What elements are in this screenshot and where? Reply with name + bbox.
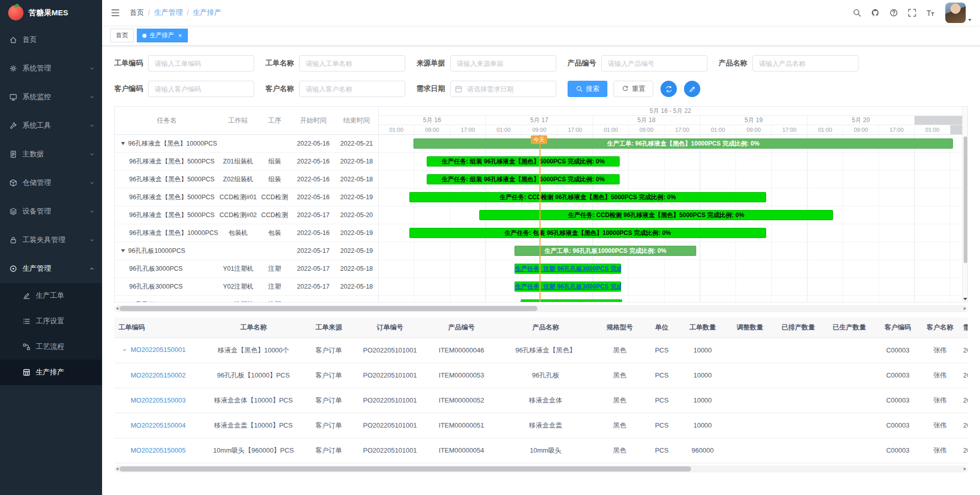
gantt-task-cell: 2022-05-16: [291, 229, 335, 237]
gantt-task-row[interactable]: 96孔孔板3000PCSY01注塑机注塑2022-05-172022-05-18: [115, 260, 378, 278]
filter-label: 产品编号: [568, 59, 596, 68]
gantt-task-cell: 2022-05-16: [291, 176, 335, 183]
order-code-link[interactable]: MO202205150002: [131, 371, 186, 379]
search-icon: [576, 85, 583, 92]
order-code-link[interactable]: MO202205150001: [131, 346, 186, 353]
sidebar-subitem[interactable]: 工序设置: [0, 309, 102, 334]
sidebar-item[interactable]: 生产管理: [0, 254, 102, 283]
horizontal-scroll-thumb[interactable]: [119, 466, 691, 472]
task-bar[interactable]: 生产任务: 包装 96孔移液盒【黑色】10000PCS 完成比例: 0%: [409, 228, 766, 238]
orders-cell: [824, 388, 875, 413]
scroll-right-arrow-icon[interactable]: [964, 467, 966, 470]
search-button[interactable]: [849, 4, 865, 21]
tab-item[interactable]: 首页: [110, 29, 134, 42]
fullscreen-button[interactable]: [904, 4, 920, 21]
caret-down-icon: [967, 17, 973, 23]
orders-cell: 2022: [959, 363, 968, 388]
tab-active[interactable]: 生产排产×: [137, 29, 188, 42]
github-button[interactable]: [868, 4, 883, 21]
scroll-left-arrow-icon[interactable]: [116, 467, 118, 470]
sidebar-subitem[interactable]: 工艺流程: [0, 334, 102, 360]
sidebar-item[interactable]: 主数据: [0, 140, 102, 169]
gantt-vertical-scrollbar[interactable]: [962, 107, 967, 302]
orders-cell: 张伟: [921, 388, 959, 413]
orders-column-header: 产品名称: [497, 317, 594, 338]
gantt-task-row[interactable]: 96孔孔板3000PCSY02注塑机注塑2022-05-172022-05-18: [115, 278, 378, 296]
font-size-button[interactable]: [923, 4, 938, 21]
expand-triangle-icon[interactable]: [121, 249, 125, 252]
sidebar-item[interactable]: 工装夹具管理: [0, 226, 102, 254]
filter-input-工单名称[interactable]: [299, 55, 405, 72]
gantt-task-row[interactable]: 96孔移液盒【黑色】5000PCSCCD检测#02CCD检测2022-05-17…: [115, 206, 378, 224]
calendar-icon: [455, 85, 462, 93]
refresh-circle-button[interactable]: [660, 81, 677, 97]
question-button[interactable]: [886, 4, 901, 21]
workorder-bar[interactable]: 生产工单: 96孔孔板10000PCS 完成比例: 0%: [514, 246, 696, 256]
expand-triangle-icon[interactable]: [121, 142, 125, 145]
sidebar-subitem[interactable]: 生产排产: [0, 360, 102, 385]
search-button[interactable]: 搜索: [568, 81, 607, 97]
hamburger-button[interactable]: [110, 8, 120, 18]
scroll-right-arrow-icon[interactable]: [964, 307, 966, 310]
filter-input-工单编码[interactable]: [148, 55, 254, 72]
gantt-task-row[interactable]: 96孔孔板3000PCSY03注塑机注塑2022-05-172022-05-18: [115, 296, 378, 302]
gantt-task-row[interactable]: 96孔移液盒【黑色】5000PCSCCD检测#01CCD检测2022-05-16…: [115, 188, 378, 206]
table-row[interactable]: MO20220515000510mm吸头【960000】PCS客户订单PO202…: [114, 438, 968, 463]
gantt-task-row[interactable]: 96孔孔板10000PCS2022-05-172022-05-19: [115, 242, 378, 260]
order-code-link[interactable]: MO202205150004: [131, 421, 186, 429]
gantt-task-row[interactable]: 96孔移液盒【黑色】5000PCSZ01组装机组装2022-05-162022-…: [115, 153, 378, 171]
table-row[interactable]: MO202205150001移液盒【黑色】10000个客户订单PO2022051…: [114, 338, 968, 363]
task-bar[interactable]: 生产任务: 注塑 96孔孔板3000PCS 完成比例: 0%: [521, 299, 622, 302]
gantt-task-row[interactable]: 96孔移液盒【黑色】10000PCS2022-05-162022-05-21: [115, 135, 378, 153]
task-bar[interactable]: 生产任务: 注塑 96孔孔板3000PCS 完成比例: 0%: [514, 264, 621, 274]
task-bar[interactable]: 生产任务: CCD检测 96孔移液盒【黑色】5000PCS 完成比例: 0%: [409, 192, 766, 202]
scroll-left-arrow-icon[interactable]: [116, 307, 118, 310]
filter-input-来源单据[interactable]: [450, 55, 556, 72]
sidebar-item[interactable]: 设备管理: [0, 197, 102, 226]
sidebar-item[interactable]: 仓储管理: [0, 169, 102, 197]
breadcrumb-item[interactable]: 生产排产: [193, 8, 222, 17]
filter-label: 工单名称: [265, 59, 294, 68]
gantt-task-row[interactable]: 96孔移液盒【黑色】5000PCSZ02组装机组装2022-05-162022-…: [115, 171, 378, 188]
order-code-link[interactable]: MO202205150003: [131, 396, 186, 404]
gantt-horizontal-scrollbar[interactable]: [114, 305, 968, 312]
reset-button[interactable]: 重置: [614, 81, 653, 97]
box-icon: [9, 179, 17, 187]
gantt-chart-row: 生产任务: 包装 96孔移液盒【黑色】10000PCS 完成比例: 0%: [379, 224, 962, 242]
breadcrumb-item[interactable]: 生产管理: [154, 8, 183, 17]
table-horizontal-scrollbar[interactable]: [114, 465, 968, 473]
vertical-scroll-thumb[interactable]: [964, 136, 967, 263]
scroll-down-arrow-icon[interactable]: [963, 298, 967, 300]
row-expand-chevron-icon[interactable]: [121, 347, 128, 353]
table-row[interactable]: MO202205150003移液盒盒体【10000】PCS客户订单PO20220…: [114, 388, 968, 413]
filter-input-产品名称[interactable]: [752, 55, 859, 72]
gantt-hour-label: 09:00: [522, 125, 557, 134]
workorder-bar[interactable]: 生产工单: 96孔移液盒【黑色】10000PCS 完成比例: 0%: [413, 138, 953, 149]
filter-input-产品编号[interactable]: [601, 55, 707, 72]
sidebar-item[interactable]: 首页: [0, 26, 102, 54]
sidebar-subitem[interactable]: 生产工单: [0, 283, 102, 309]
task-bar[interactable]: 生产任务: 组装 96孔移液盒【黑色】5000PCS 完成比例: 0%: [427, 174, 620, 184]
input-wrap: [450, 81, 556, 97]
orders-cell: [727, 338, 773, 363]
tab-close-icon[interactable]: ×: [178, 32, 182, 39]
sidebar-item[interactable]: 系统监控: [0, 83, 102, 111]
gantt-task-row[interactable]: 96孔移液盒【黑色】10000PCS包装机包装2022-05-162022-05…: [115, 224, 378, 242]
task-bar[interactable]: 生产任务: CCD检测 96孔移液盒【黑色】5000PCS 完成比例: 0%: [479, 210, 833, 220]
sidebar-item[interactable]: 系统工具: [0, 111, 102, 140]
edit-circle-button[interactable]: [684, 81, 700, 97]
order-code-link[interactable]: MO202205150005: [131, 446, 186, 454]
demand-date-input[interactable]: [450, 81, 556, 97]
filter-input-客户编码[interactable]: [148, 81, 254, 97]
chevron-down-icon: [89, 94, 95, 100]
filter-input-客户名称[interactable]: [299, 81, 405, 97]
user-menu[interactable]: [945, 3, 973, 23]
sidebar-item[interactable]: 系统管理: [0, 54, 102, 83]
task-bar[interactable]: 生产任务: 注塑 96孔孔板3000PCS 完成比例: 0%: [514, 281, 621, 292]
sidebar-item-label: 系统管理: [22, 64, 89, 73]
table-row[interactable]: MO202205150004移液盒盒盖【10000】PCS客户订单PO20220…: [114, 413, 968, 438]
horizontal-scroll-thumb[interactable]: [119, 306, 537, 311]
task-bar[interactable]: 生产任务: 组装 96孔移液盒【黑色】5000PCS 完成比例: 0%: [427, 156, 620, 167]
gantt-hour-label: 01:00: [486, 125, 522, 134]
table-row[interactable]: MO20220515000296孔孔板【10000】PCS客户订单PO20220…: [114, 363, 968, 388]
